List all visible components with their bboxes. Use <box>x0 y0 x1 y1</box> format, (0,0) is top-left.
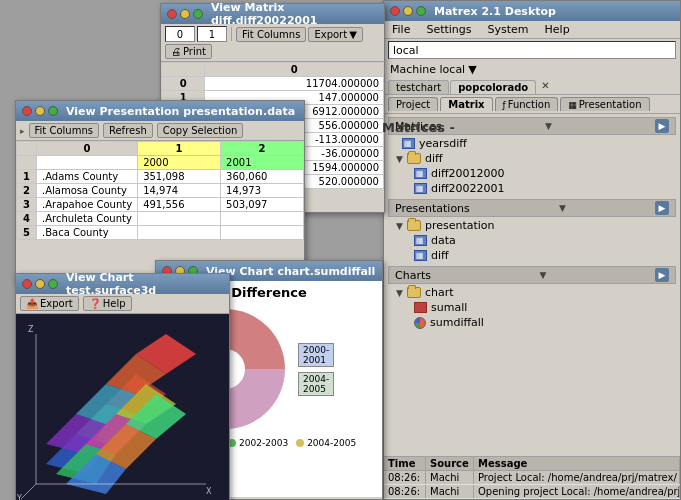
view-pres-controls <box>22 106 58 116</box>
diff20022001-label: diff20022001 <box>431 182 505 195</box>
presentations-add-btn[interactable]: ▶ <box>655 201 669 215</box>
pres-val-2-2[interactable]: 14,973 <box>221 184 304 198</box>
pres-fit-columns-btn[interactable]: Fit Columns <box>29 123 99 138</box>
pres-row-0 <box>17 156 37 170</box>
matrices-add-btn[interactable]: ▶ <box>655 119 669 133</box>
pres-val-3-2[interactable]: 503,097 <box>221 198 304 212</box>
vp-max-btn[interactable] <box>48 106 58 116</box>
pres-val-4-1[interactable] <box>138 212 221 226</box>
tab-presentation-label: Presentation <box>579 99 642 110</box>
chart3d-help-btn[interactable]: ❓ Help <box>83 296 132 311</box>
machine-arrow: ▼ <box>468 63 476 76</box>
pres-fit-columns-label: Fit Columns <box>35 125 93 136</box>
menu-settings[interactable]: Settings <box>422 22 475 37</box>
pres-val-4-2[interactable] <box>221 212 304 226</box>
tab-project[interactable]: Project <box>388 97 438 111</box>
pres-val-5-1[interactable] <box>138 226 221 240</box>
tree-presentation-group[interactable]: ▼ presentation <box>384 218 680 233</box>
menu-file[interactable]: File <box>388 22 414 37</box>
matrix-icon-yearsdiff <box>402 138 415 149</box>
tab-matrix[interactable]: Matrix <box>440 97 492 111</box>
pres-refresh-btn[interactable]: Refresh <box>103 123 153 138</box>
vc3d-max-btn[interactable] <box>48 279 58 289</box>
matrex-status-bar: Time Source Message 08:26: Machi Project… <box>384 456 680 499</box>
max-btn[interactable] <box>416 6 426 16</box>
close-tab-icon[interactable]: ✕ <box>541 80 549 94</box>
pres-data-label: data <box>431 234 456 247</box>
chart3d-export-btn[interactable]: 📤 Export <box>20 296 79 311</box>
view-chart-3d-title: View Chart test.surface3d <box>66 271 223 297</box>
tab-popcolorado[interactable]: popcolorado <box>450 80 536 94</box>
tree-chart-group[interactable]: ▼ chart <box>384 285 680 300</box>
matrix-corner <box>162 63 205 77</box>
tree-pres-data[interactable]: data <box>384 233 680 248</box>
matrix-cell-0-0[interactable]: 11704.000000 <box>205 77 384 91</box>
pres-val-2-1[interactable]: 14,974 <box>138 184 221 198</box>
min-btn[interactable] <box>403 6 413 16</box>
vc3d-close-btn[interactable] <box>22 279 32 289</box>
export-btn[interactable]: Export ▼ <box>308 27 362 42</box>
vc3d-controls <box>22 279 58 289</box>
legend-dot-2004 <box>296 439 304 447</box>
tab-function[interactable]: ƒ Function <box>495 97 559 111</box>
pres-col-2: 2 <box>221 142 304 156</box>
local-label: local <box>393 44 419 57</box>
machine-label[interactable]: Machine local ▼ <box>384 61 680 78</box>
tree-sumall[interactable]: sumall <box>384 300 680 315</box>
status-time-1: 08:26: <box>384 485 426 498</box>
charts-chevron[interactable]: ▼ <box>540 270 547 280</box>
sumall-label: sumall <box>431 301 467 314</box>
export-label: Export <box>314 29 347 40</box>
menu-system[interactable]: System <box>484 22 533 37</box>
vm-max-btn[interactable] <box>193 9 203 19</box>
tree-diff-group[interactable]: ▼ diff <box>384 151 680 166</box>
tree-yearsdiff[interactable]: yearsdiff <box>384 136 680 151</box>
window-controls <box>390 6 426 16</box>
pres-row-label-2: 2 <box>17 184 37 198</box>
tab-testchart[interactable]: testchart <box>388 80 449 94</box>
pres-cell-0-0 <box>37 156 138 170</box>
pres-val-3-1[interactable]: 491,556 <box>138 198 221 212</box>
export3d-icon: 📤 <box>26 298 38 309</box>
pres-col-0: 0 <box>37 142 138 156</box>
vm-close-btn[interactable] <box>167 9 177 19</box>
pres-table-wrap: 0 1 2 2000 2001 1 .Adams County 351,098 … <box>16 141 304 240</box>
tree-diff20022001[interactable]: diff20022001 <box>384 181 680 196</box>
tree-sumdiffall[interactable]: sumdiffall <box>384 315 680 330</box>
menu-help[interactable]: Help <box>541 22 574 37</box>
vm-min-btn[interactable] <box>180 9 190 19</box>
presentation-label: presentation <box>425 219 495 232</box>
matrices-chevron[interactable]: ▼ <box>545 121 552 131</box>
tree-pres-diff[interactable]: diff <box>384 248 680 263</box>
status-msg-1: Opening project Local: /home/andrea/prj/ <box>474 485 680 498</box>
status-row-1: 08:26: Machi Opening project Local: /hom… <box>384 485 680 499</box>
pres-val-1-1[interactable]: 351,098 <box>138 170 221 184</box>
charts-label: Charts <box>395 269 431 282</box>
row-input-0[interactable]: 0 <box>165 26 195 42</box>
pres-val-1-2[interactable]: 360,060 <box>221 170 304 184</box>
project-tabs-row: testchart popcolorado ✕ <box>384 78 680 95</box>
machine-text: Machine local <box>390 63 465 76</box>
diff-chevron: ▼ <box>396 154 403 164</box>
presentations-chevron[interactable]: ▼ <box>559 203 566 213</box>
chart-3d-toolbar: 📤 Export ❓ Help <box>16 294 229 314</box>
close-btn[interactable] <box>390 6 400 16</box>
view-tabs-row: Project Matrix ƒ Function ▦ Presentation <box>384 95 680 114</box>
pres-copy-btn[interactable]: Copy Selection <box>157 123 244 138</box>
print-icon: 🖨 <box>171 46 181 57</box>
row-input-1[interactable]: 1 <box>197 26 227 42</box>
matrix-row-label-0: 0 <box>162 77 205 91</box>
local-field[interactable]: local <box>388 41 676 59</box>
tab-presentation[interactable]: ▦ Presentation <box>560 97 649 111</box>
matrix-icon-pres-data <box>414 235 427 246</box>
fit-columns-btn[interactable]: Fit Columns <box>236 27 306 42</box>
vc3d-min-btn[interactable] <box>35 279 45 289</box>
pres-data-row-4: 4 .Archuleta County <box>17 212 304 226</box>
charts-add-btn[interactable]: ▶ <box>655 268 669 282</box>
vp-close-btn[interactable] <box>22 106 32 116</box>
tree-diff20012000[interactable]: diff20012000 <box>384 166 680 181</box>
print-btn[interactable]: 🖨 Print <box>165 44 212 59</box>
vp-min-btn[interactable] <box>35 106 45 116</box>
pres-val-5-2[interactable] <box>221 226 304 240</box>
matrex-titlebar: Matrex 2.1 Desktop <box>384 1 680 21</box>
